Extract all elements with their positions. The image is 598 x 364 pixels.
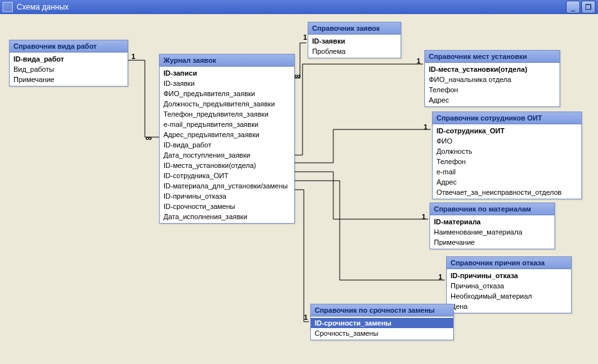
card-1: 1 (422, 213, 426, 220)
card-1: 1 (424, 123, 428, 131)
field[interactable]: Вид_работы (10, 64, 128, 74)
field[interactable]: ID-заявки (308, 36, 401, 46)
field[interactable]: ID-срочности_замены (311, 318, 453, 328)
table-title: Справочник вида работ (10, 40, 128, 53)
app-icon (3, 2, 13, 12)
field[interactable]: ID-материала_для_установки/замены (160, 181, 294, 191)
field[interactable]: ФИО_предъявителя_заявки (160, 88, 294, 99)
field[interactable]: ФИО_начальника отдела (425, 74, 560, 85)
field[interactable]: Примечание (430, 237, 554, 247)
table-request-journal[interactable]: Журнал заявок ID-записи ID-заявки ФИО_пр… (159, 54, 295, 224)
field[interactable]: Отвечает_за_неисправности_отделов (433, 187, 581, 197)
field[interactable]: ID-места_установки(отдела) (425, 64, 560, 74)
field[interactable]: ID-срочности_замены (160, 201, 294, 211)
field[interactable]: ID-места_установки(отдела) (160, 160, 294, 170)
field-list: ID-сотрудника_ОИТ ФИО Должность Телефон … (433, 124, 581, 199)
card-1: 1 (304, 313, 308, 321)
restore-button[interactable]: ❐ (581, 1, 595, 13)
field[interactable]: ID-заявки (160, 78, 294, 88)
minimize-button[interactable]: ‗ (566, 1, 580, 13)
field[interactable]: Причина_отказа (447, 281, 571, 291)
table-title: Справочник по срочности замены (311, 304, 453, 317)
field[interactable]: Дата_поступления_заявки (160, 150, 294, 160)
table-title: Справочник мест установки (425, 51, 560, 63)
field[interactable]: Адрес_предъявителя_заявки (160, 129, 294, 140)
table-reject-reasons[interactable]: Справочник причин отказа ID-причины_отка… (446, 256, 572, 313)
field[interactable]: Проблема (308, 46, 401, 56)
field[interactable]: Цена (447, 301, 571, 311)
field[interactable]: Адрес (433, 177, 581, 187)
field-list: ID-срочности_замены Срочность_замены (311, 317, 453, 340)
field-list: ID-материала Наименование_материала Прим… (430, 215, 554, 249)
field[interactable]: Телефон (433, 156, 581, 167)
card-1: 1 (303, 33, 307, 41)
field[interactable]: Телефон (425, 85, 560, 95)
field[interactable]: Адрес (425, 95, 560, 105)
field[interactable]: e-mail_предъявителя_заявки (160, 119, 294, 129)
card-1: 1 (417, 57, 420, 65)
field[interactable]: ID-сотрудника_ОИТ (433, 126, 581, 136)
field[interactable]: ID-записи (160, 68, 294, 78)
field[interactable]: Срочность_замены (311, 328, 453, 338)
table-urgency[interactable]: Справочник по срочности замены ID-срочно… (310, 304, 454, 340)
field[interactable]: ID-причины_отказа (447, 270, 571, 281)
field[interactable]: Наименование_материала (430, 227, 554, 237)
table-title: Журнал заявок (160, 54, 294, 67)
field[interactable]: Дата_исполнения_заявки (160, 211, 294, 222)
table-title: Справочник по материалам (430, 203, 554, 215)
field-list: ID-вида_работ Вид_работы Примечание (10, 53, 128, 86)
field[interactable]: Телефон_предъявителя_заявки (160, 109, 294, 119)
field[interactable]: ФИО (433, 136, 581, 146)
field[interactable]: ID-вида_работ (160, 140, 294, 150)
field-list: ID-причины_отказа Причина_отказа Необход… (447, 269, 571, 313)
card-inf: ∞ (294, 70, 301, 81)
schema-canvas[interactable]: 1 ∞ 1 ∞ ∞ ∞ ∞ ∞ ∞ 1 1 1 1 1 Справочник в… (0, 14, 598, 364)
field-list: ID-заявки Проблема (308, 35, 401, 58)
table-requests-ref[interactable]: Справочник заявок ID-заявки Проблема (308, 22, 401, 58)
table-work-type-ref[interactable]: Справочник вида работ ID-вида_работ Вид_… (9, 40, 128, 87)
table-install-places[interactable]: Справочник мест установки ID-места_устан… (424, 50, 560, 107)
field[interactable]: Должность_предъявителя_заявки (160, 99, 294, 109)
field[interactable]: e-mail (433, 167, 581, 177)
card-1: 1 (131, 53, 135, 60)
field[interactable]: ID-материала (430, 217, 554, 227)
card-1: 1 (438, 273, 442, 281)
window-title: Схема данных (17, 3, 69, 12)
table-title: Справочник заявок (308, 22, 401, 35)
table-title: Справочник причин отказа (447, 257, 571, 269)
field[interactable]: ID-сотрудника_ОИТ (160, 170, 294, 181)
field[interactable]: ID-вида_работ (10, 54, 128, 64)
table-materials[interactable]: Справочник по материалам ID-материала На… (429, 203, 555, 249)
field[interactable]: Необходимый_материал (447, 291, 571, 301)
card-inf: ∞ (145, 133, 152, 143)
field[interactable]: Примечание (10, 74, 128, 85)
table-title: Справочник сотрудников ОИТ (433, 112, 581, 124)
field-list: ID-записи ID-заявки ФИО_предъявителя_зая… (160, 67, 294, 223)
window-titlebar[interactable]: Схема данных ‗ ❐ (0, 0, 598, 14)
field[interactable]: ID-причины_отказа (160, 191, 294, 201)
table-oit-employees[interactable]: Справочник сотрудников ОИТ ID-сотрудника… (432, 112, 582, 199)
field-list: ID-места_установки(отдела) ФИО_начальник… (425, 63, 560, 106)
field[interactable]: Должность (433, 146, 581, 156)
